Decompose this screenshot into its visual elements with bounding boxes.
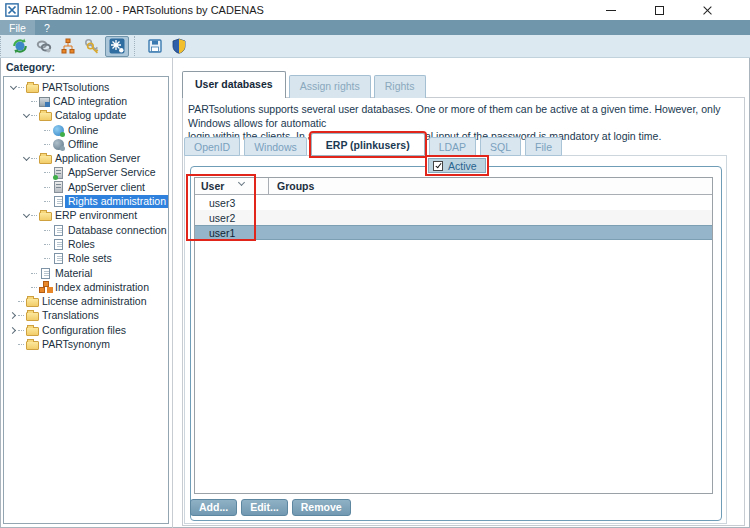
user-table-body: user3user2user1 — [195, 195, 712, 240]
tree-item-material[interactable]: Material — [4, 266, 168, 280]
tree-item-index-administration[interactable]: Index administration — [4, 280, 168, 294]
folder-icon — [39, 112, 52, 121]
remove-button[interactable]: Remove — [292, 499, 351, 516]
collapse-icon[interactable] — [8, 82, 18, 92]
tree-connector — [44, 172, 50, 173]
folder-icon — [26, 312, 39, 321]
menu-file[interactable]: File — [0, 20, 35, 35]
tree-label: ERP environment — [52, 209, 140, 222]
tree-connector — [31, 158, 37, 159]
folder-icon — [26, 84, 39, 93]
tree-label: Catalog update — [52, 109, 129, 122]
tree-item-configuration-files[interactable]: Configuration files — [4, 323, 168, 337]
tree-item-appserver-client[interactable]: AppServer client — [4, 180, 168, 194]
tree-label: Index administration — [52, 281, 152, 294]
menu-help[interactable]: ? — [35, 20, 59, 35]
expand-icon[interactable] — [8, 325, 18, 335]
folder-icon — [26, 327, 39, 336]
checkbox-checked-icon[interactable] — [433, 161, 443, 171]
user-table: User Groups user3user2user1 — [194, 177, 713, 494]
tree-label: PARTsolutions — [39, 81, 112, 94]
db-tab-file[interactable]: File — [525, 137, 562, 156]
minimize-button[interactable] — [596, 1, 626, 19]
menu-bar: File? — [0, 20, 750, 35]
column-header-groups[interactable]: Groups — [269, 178, 712, 194]
column-header-user[interactable]: User — [195, 178, 269, 194]
globe-online-icon — [53, 125, 64, 136]
doc-icon — [41, 268, 50, 279]
save-icon[interactable] — [143, 36, 167, 57]
tree-item-offline[interactable]: Offline — [4, 137, 168, 151]
splitter[interactable] — [172, 58, 173, 528]
tree-item-catalog-update[interactable]: Catalog update — [4, 109, 168, 123]
tree-label: CAD integration — [50, 95, 130, 108]
annotation-box-active: Active — [425, 155, 489, 176]
tab-rights[interactable]: Rights — [374, 75, 426, 98]
app-window: PARTadmin 12.00 - PARTsolutions by CADEN… — [0, 0, 750, 528]
collapse-icon[interactable] — [21, 111, 31, 121]
window-title: PARTadmin 12.00 - PARTsolutions by CADEN… — [25, 4, 264, 16]
db-tab-windows[interactable]: Windows — [244, 137, 307, 156]
cad-integration-icon[interactable] — [32, 36, 56, 57]
tree-item-cad-integration[interactable]: CAD integration — [4, 94, 168, 108]
tree-item-partsynonym[interactable]: PARTsynonym — [4, 337, 168, 351]
tree-label: AppServer client — [65, 181, 148, 194]
tree-spacer — [21, 96, 31, 106]
db-tabs: OpenIDWindowsERP (plinkusers)LDAPSQLFile — [184, 132, 566, 156]
tab-user-databases[interactable]: User databases — [182, 71, 286, 98]
tree-connector — [18, 330, 24, 331]
tree-label: Configuration files — [39, 324, 129, 337]
admin-shield-icon[interactable] — [167, 36, 191, 57]
collapse-icon[interactable] — [21, 154, 31, 164]
tab-assign-rights[interactable]: Assign rights — [289, 75, 371, 98]
maximize-button[interactable] — [644, 1, 674, 19]
tree-spacer — [34, 239, 44, 249]
db-tab-erp-plinkusers[interactable]: ERP (plinkusers) — [311, 133, 425, 156]
close-button[interactable] — [692, 1, 722, 19]
catalog-update-icon[interactable] — [8, 36, 32, 57]
server-client-icon — [54, 181, 63, 193]
tree-connector — [44, 144, 50, 145]
tree-spacer — [8, 297, 18, 307]
tree-item-database-connection[interactable]: Database connection — [4, 223, 168, 237]
tree-item-application-server[interactable]: Application Server — [4, 151, 168, 165]
table-row-user1[interactable]: user1 — [195, 225, 712, 240]
expand-icon[interactable] — [8, 311, 18, 321]
db-tab-openid[interactable]: OpenID — [184, 137, 240, 156]
tree-item-role-sets[interactable]: Role sets — [4, 252, 168, 266]
tree-label: Database connection — [65, 224, 169, 237]
tree-item-translations[interactable]: Translations — [4, 309, 168, 323]
db-tab-ldap[interactable]: LDAP — [429, 137, 476, 156]
table-row-user2[interactable]: user2 — [195, 210, 712, 225]
tree-item-roles[interactable]: Roles — [4, 237, 168, 251]
rights-administration-icon[interactable] — [80, 36, 104, 57]
action-buttons: Add...Edit...Remove — [190, 499, 351, 516]
table-row-user3[interactable]: user3 — [195, 195, 712, 210]
tree-item-online[interactable]: Online — [4, 123, 168, 137]
index-administration-icon[interactable] — [56, 36, 80, 57]
db-tab-sql[interactable]: SQL — [480, 137, 521, 156]
tree-item-appserver-service[interactable]: AppServer Service — [4, 166, 168, 180]
tree-connector — [18, 315, 24, 316]
folder-icon — [26, 341, 39, 350]
folder-icon — [39, 212, 52, 221]
tree-item-rights-administration[interactable]: Rights administration — [4, 194, 168, 208]
active-module-icon[interactable] — [105, 36, 129, 57]
edit-button[interactable]: Edit... — [241, 499, 288, 516]
tree-item-erp-environment[interactable]: ERP environment — [4, 209, 168, 223]
doc-icon — [54, 239, 63, 250]
tree-connector — [18, 301, 24, 302]
tree-spacer — [8, 339, 18, 349]
tree-label: Rights administration — [65, 195, 169, 208]
add-button[interactable]: Add... — [190, 499, 237, 516]
folder-icon — [26, 298, 39, 307]
server-service-icon — [54, 167, 63, 179]
tree-spacer — [21, 282, 31, 292]
collapse-icon[interactable] — [21, 211, 31, 221]
tree-label: PARTsynonym — [39, 338, 113, 351]
tree-connector — [44, 258, 50, 259]
tree-connector — [31, 101, 37, 102]
active-checkbox[interactable]: Active — [428, 158, 486, 173]
tree-item-partsolutions[interactable]: PARTsolutions — [4, 80, 168, 94]
tree-item-license-administration[interactable]: License administration — [4, 294, 168, 308]
